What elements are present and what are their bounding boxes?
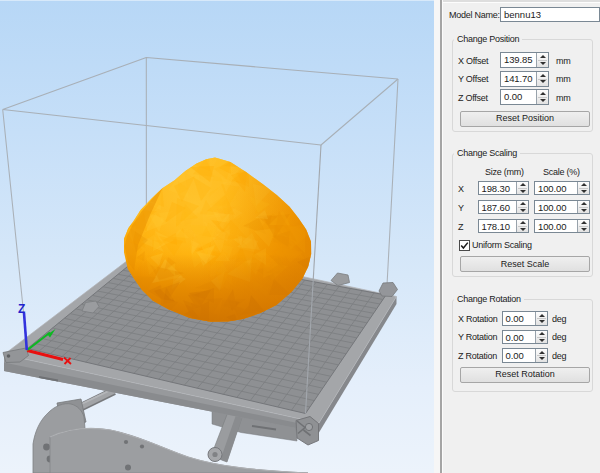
svg-text:Z: Z — [18, 302, 25, 316]
